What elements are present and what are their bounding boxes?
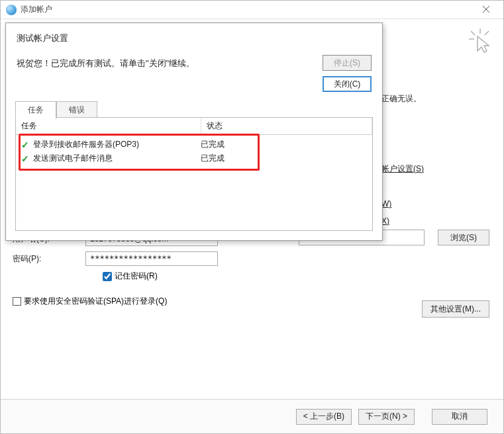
spa-label: 要求使用安全密码验证(SPA)进行登录(Q)	[24, 296, 167, 307]
back-label: < 上一步(B)	[303, 411, 344, 422]
remember-password-checkbox[interactable]	[103, 272, 112, 281]
header-task: 任务	[16, 118, 201, 134]
check-icon: ✓	[21, 153, 29, 164]
titlebar: 添加帐户	[1, 1, 503, 19]
spa-checkbox[interactable]	[13, 297, 21, 306]
task-body: ✓ 登录到接收邮件服务器(POP3) 已完成 ✓ 发送测试电子邮件消息 已完成	[16, 135, 372, 168]
task-row: ✓ 发送测试电子邮件消息 已完成	[16, 152, 372, 165]
task-status: 已完成	[201, 139, 367, 150]
cancel-button[interactable]: 取消	[432, 409, 487, 425]
tab-tasks[interactable]: 任务	[15, 101, 56, 119]
dialog-close-button[interactable]: 关闭(C)	[323, 76, 372, 92]
stop-label: 停止(S)	[334, 58, 360, 69]
task-row: ✓ 登录到接收邮件服务器(POP3) 已完成	[16, 138, 372, 152]
cursor-icon	[467, 27, 493, 54]
other-settings-button[interactable]: 其他设置(M)...	[422, 300, 489, 318]
wizard-bottom-bar: < 上一步(B) 下一页(N) > 取消	[1, 399, 503, 433]
account-settings-label: 帐户设置(S)	[381, 164, 424, 173]
task-header: 任务 状态	[16, 118, 372, 135]
cancel-label: 取消	[452, 411, 468, 422]
app-icon	[6, 5, 17, 15]
dialog-status-text: 祝贺您！已完成所有测试。请单击"关闭"继续。	[17, 55, 195, 69]
content-area: 正确无误。 帐户设置(S) W) X) 用户名(U): 密码(P): 浏览(S)…	[1, 19, 503, 433]
test-dialog: 测试帐户设置 祝贺您！已完成所有测试。请单击"关闭"继续。 停止(S) 关闭(C…	[5, 22, 383, 241]
dialog-title: 测试帐户设置	[17, 32, 372, 44]
remember-password-label: 记住密码(R)	[115, 271, 158, 282]
other-settings-label: 其他设置(M)...	[430, 304, 481, 315]
tab-tasks-label: 任务	[28, 105, 44, 114]
bg-text-confirm: 正确无误。	[381, 93, 421, 105]
password-input[interactable]	[85, 251, 218, 266]
header-status: 状态	[201, 118, 372, 134]
browse-button[interactable]: 浏览(S)	[438, 230, 489, 245]
task-name: 发送测试电子邮件消息	[33, 153, 113, 164]
browse-label: 浏览(S)	[450, 232, 477, 243]
bg-suffix-w: W)	[381, 199, 391, 208]
remember-password-row: 记住密码(R)	[103, 271, 158, 282]
main-window: 添加帐户 正确无误。 帐户设置(S) W) X) 用户名(U): 密码(P): …	[0, 0, 504, 434]
next-button[interactable]: 下一页(N) >	[358, 409, 415, 425]
account-settings-link[interactable]: 帐户设置(S)	[381, 163, 424, 175]
svg-line-4	[471, 31, 475, 35]
tab-errors[interactable]: 错误	[56, 101, 97, 118]
back-button[interactable]: < 上一步(B)	[296, 409, 352, 425]
check-icon: ✓	[21, 140, 29, 150]
window-close-button[interactable]	[473, 1, 499, 19]
task-panel: 任务 状态 ✓ 登录到接收邮件服务器(POP3) 已完成	[15, 117, 373, 231]
task-status: 已完成	[201, 153, 367, 164]
window-title: 添加帐户	[21, 4, 52, 15]
password-row: 密码(P):	[13, 251, 491, 266]
svg-line-5	[485, 31, 489, 35]
stop-button[interactable]: 停止(S)	[323, 55, 372, 71]
dialog-tabs: 任务 错误	[15, 101, 97, 118]
spa-row: 要求使用安全密码验证(SPA)进行登录(Q)	[13, 296, 167, 307]
password-label: 密码(P):	[13, 253, 85, 265]
dialog-close-label: 关闭(C)	[334, 79, 361, 90]
next-label: 下一页(N) >	[366, 411, 407, 422]
tab-errors-label: 错误	[69, 105, 85, 114]
task-name: 登录到接收邮件服务器(POP3)	[33, 139, 139, 150]
close-icon	[483, 6, 490, 13]
